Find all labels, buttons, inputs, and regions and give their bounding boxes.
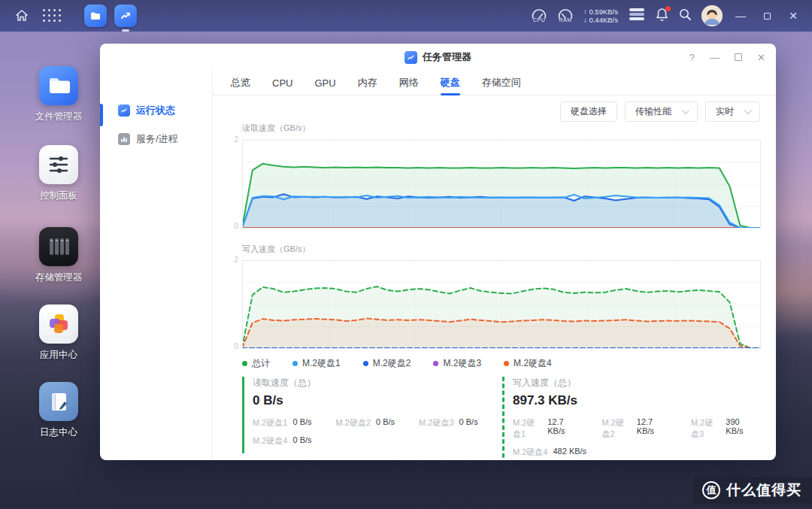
tab-cpu[interactable]: CPU	[272, 71, 292, 95]
read-disk4-stat: M.2硬盘40 B/s	[253, 435, 312, 447]
read-ymax-tick: 2	[225, 135, 238, 144]
upload-speed: ↑ 0.59KB/s	[583, 8, 618, 16]
smzdm-badge-icon: 值	[702, 481, 720, 499]
sidebar-item-label: 运行状态	[136, 104, 175, 117]
read-total-title: 读取速度（总）	[253, 377, 494, 389]
running-status-icon	[118, 105, 130, 117]
write-speed-chart	[242, 260, 761, 349]
tab-storage-space[interactable]: 存储空间	[482, 71, 521, 95]
tab-network[interactable]: 网络	[399, 71, 419, 95]
app-center-icon	[39, 304, 78, 344]
network-speed: ↑ 0.59KB/s ↓ 0.44KB/s	[583, 8, 618, 24]
desktop-close-icon[interactable]: ✕	[785, 10, 801, 22]
read-chart-title: 读取速度（GB/s）	[242, 123, 310, 134]
storage-manager-icon	[39, 227, 78, 266]
write-speed-summary: 写入速度（总） 897.3 KB/s M.2硬盘112.7 KB/s M.2硬盘…	[502, 377, 754, 460]
window-title: 任务管理器	[423, 50, 471, 64]
file-manager-icon	[39, 66, 78, 105]
read-disk1-stat: M.2硬盘10 B/s	[253, 417, 312, 429]
window-maximize-icon[interactable]	[735, 52, 742, 63]
icon-label: 日志中心	[14, 426, 104, 439]
search-icon[interactable]	[678, 8, 692, 24]
desktop-icon-control-panel[interactable]: 控制面板	[14, 145, 104, 202]
ram-label: RAM	[559, 17, 572, 23]
legend-disk1[interactable]: M.2硬盘1	[292, 357, 341, 370]
write-disk1-stat: M.2硬盘112.7 KB/s	[513, 417, 578, 440]
write-disk2-stat: M.2硬盘212.7 KB/s	[602, 417, 668, 440]
desktop-maximize-icon[interactable]	[759, 10, 775, 22]
sidebar-item-running-status[interactable]: 运行状态	[100, 96, 212, 125]
taskbar-task-manager-icon[interactable]	[114, 5, 137, 27]
read-speed-chart	[242, 140, 761, 229]
download-speed: ↓ 0.44KB/s	[583, 16, 618, 24]
log-center-icon	[39, 382, 78, 421]
control-panel-icon	[39, 145, 78, 184]
desktop-minimize-icon[interactable]: —	[732, 10, 749, 22]
tab-gpu[interactable]: GPU	[314, 71, 335, 95]
icon-label: 文件管理器	[14, 111, 104, 123]
cpu-label: CPU	[533, 17, 545, 23]
read-ymin-tick: 0	[225, 222, 238, 230]
legend-disk4[interactable]: M.2硬盘4	[504, 357, 552, 370]
read-disk2-stat: M.2硬盘20 B/s	[336, 417, 395, 429]
services-processes-icon	[118, 133, 130, 145]
desktop-icon-app-center[interactable]: 应用中心	[14, 304, 104, 362]
chevron-down-icon	[744, 107, 752, 114]
icon-label: 控制面板	[14, 189, 104, 202]
chevron-down-icon	[682, 107, 689, 114]
disk-select-button[interactable]: 硬盘选择	[560, 101, 617, 122]
window-sidebar: 运行状态 服务/进程	[100, 71, 213, 460]
smzdm-watermark: 值 什么值得买	[693, 477, 812, 504]
user-avatar[interactable]	[701, 5, 723, 26]
window-content: 总览 CPU GPU 内存 网络 硬盘 存储空间 硬盘选择 传输性能	[213, 71, 776, 460]
write-disk4-stat: M.2硬盘4482 KB/s	[513, 447, 586, 458]
home-icon[interactable]	[11, 5, 33, 27]
read-speed-summary: 读取速度（总） 0 B/s M.2硬盘10 B/s M.2硬盘20 B/s M.…	[242, 377, 494, 453]
desktop-icon-storage-manager[interactable]: 存储管理器	[14, 227, 104, 284]
window-minimize-icon[interactable]: —	[710, 52, 720, 63]
window-titlebar[interactable]: 任务管理器 ? — ✕	[100, 44, 776, 71]
tab-memory[interactable]: 内存	[358, 71, 377, 95]
read-disk3-stat: M.2硬盘30 B/s	[419, 417, 478, 429]
write-ymin-tick: 0	[225, 342, 238, 350]
write-disk3-stat: M.2硬盘3390 KB/s	[691, 417, 754, 440]
desktop: CPU RAM ↑ 0.59KB/s ↓ 0.44KB/s	[0, 0, 812, 509]
notifications-bell-icon[interactable]	[656, 8, 668, 25]
tab-bar: 总览 CPU GPU 内存 网络 硬盘 存储空间	[213, 71, 776, 95]
task-manager-app-icon	[404, 51, 417, 64]
sidebar-item-services-processes[interactable]: 服务/进程	[100, 125, 212, 153]
read-total-value: 0 B/s	[253, 393, 494, 408]
window-close-icon[interactable]: ✕	[757, 52, 765, 63]
chart-toolbar: 硬盘选择 传输性能 实时	[560, 101, 760, 122]
apps-grid-icon[interactable]	[41, 5, 63, 27]
taskbar-file-manager-icon[interactable]	[84, 5, 107, 27]
task-manager-window: 任务管理器 ? — ✕ 运行状态	[100, 44, 776, 460]
help-icon[interactable]: ?	[689, 52, 695, 63]
interval-dropdown[interactable]: 实时	[705, 101, 760, 122]
notification-badge	[665, 6, 671, 11]
metric-dropdown[interactable]: 传输性能	[625, 101, 698, 122]
write-total-value: 897.3 KB/s	[513, 393, 754, 408]
storage-server-icon[interactable]	[628, 7, 646, 25]
write-ymax-tick: 2	[225, 256, 238, 264]
chart-legend: 总计 M.2硬盘1 M.2硬盘2 M.2硬盘3 M.2硬盘4	[242, 357, 552, 370]
sidebar-item-label: 服务/进程	[136, 132, 178, 146]
desktop-icon-file-manager[interactable]: 文件管理器	[14, 66, 104, 123]
write-total-title: 写入速度（总）	[513, 377, 754, 389]
icon-label: 存储管理器	[14, 271, 104, 284]
legend-total[interactable]: 总计	[242, 357, 270, 370]
tab-overview[interactable]: 总览	[231, 71, 250, 95]
taskbar: CPU RAM ↑ 0.59KB/s ↓ 0.44KB/s	[0, 0, 812, 32]
legend-disk3[interactable]: M.2硬盘3	[433, 357, 481, 370]
icon-label: 应用中心	[14, 349, 104, 362]
cpu-monitor-icon[interactable]: CPU	[531, 9, 547, 23]
tab-disk[interactable]: 硬盘	[441, 71, 460, 95]
ram-monitor-icon[interactable]: RAM	[557, 9, 574, 23]
write-chart-title: 写入速度（GB/s）	[242, 244, 310, 255]
desktop-icon-log-center[interactable]: 日志中心	[14, 382, 104, 439]
legend-disk2[interactable]: M.2硬盘2	[363, 357, 411, 370]
watermark-text: 什么值得买	[726, 480, 801, 500]
